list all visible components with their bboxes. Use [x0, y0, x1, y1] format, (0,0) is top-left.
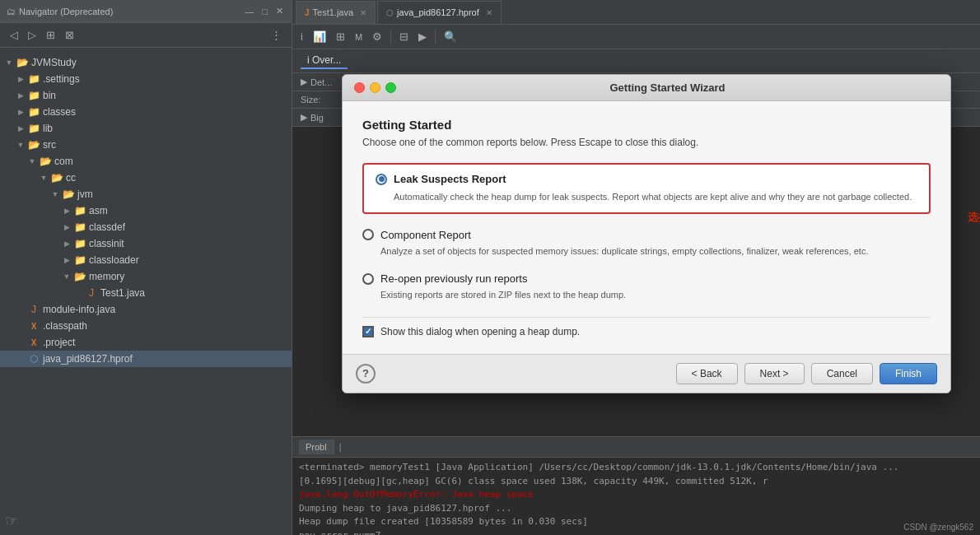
tree-item-asm[interactable]: ▶ 📁 asm [0, 202, 292, 219]
cancel-button[interactable]: Cancel [811, 363, 873, 384]
bottom-console: Probl | <terminated> memoryTest1 [Java A… [292, 436, 980, 535]
folder-icon-cc: 📂 [49, 172, 64, 184]
toolbar-expand-button[interactable]: ▶ [415, 29, 430, 44]
tree-item-com[interactable]: ▼ 📂 com [0, 153, 292, 170]
option-component[interactable]: Component Report Analyze a set of object… [362, 226, 931, 262]
tree-label-classes: classes [43, 106, 76, 118]
tree-label-cc: cc [66, 172, 76, 184]
modal-titlebar: Getting Started Wizard [343, 75, 950, 101]
finish-button[interactable]: Finish [880, 363, 937, 384]
tab-test1java[interactable]: J Test1.java ✕ [296, 1, 376, 24]
tree-item-classdef[interactable]: ▶ 📁 classdef [0, 219, 292, 235]
tree-item-bin[interactable]: ▶ 📁 bin [0, 87, 292, 104]
console-header: Probl | [292, 437, 980, 458]
tree-arrow-memory: ▼ [61, 272, 72, 281]
folder-icon-src: 📂 [26, 139, 41, 151]
tab-test1java-label: Test1.java [313, 7, 354, 17]
back-button[interactable]: < Back [676, 363, 738, 384]
tab-bar: J Test1.java ✕ ⬡ java_pid86127.hprof ✕ [292, 0, 980, 25]
option-leak-label: Leak Suspects Report [394, 173, 506, 185]
getting-started-modal: Getting Started Wizard Getting Started C… [342, 74, 951, 393]
editor-toolbar: i 📊 ⊞ M ⚙ ⊟ ▶ 🔍 [292, 25, 980, 49]
tree-label-classdef: classdef [89, 221, 125, 233]
radio-component[interactable] [362, 229, 374, 240]
tree-item-project[interactable]: X .project [0, 334, 292, 351]
tree-item-memory[interactable]: ▼ 📂 memory [0, 268, 292, 285]
tab-test1java-close[interactable]: ✕ [360, 8, 366, 17]
toolbar-settings-button[interactable]: ⚙ [369, 29, 385, 44]
tree-item-jvmstudy[interactable]: ▼ 📂 JVMStudy [0, 54, 292, 71]
toolbar-chart-button[interactable]: 📊 [310, 29, 329, 44]
folder-icon-asm: 📁 [72, 205, 87, 216]
tree-item-classinit[interactable]: ▶ 📁 classinit [0, 235, 292, 252]
folder-icon-lib: 📁 [26, 123, 41, 134]
tree-item-moduleinfo[interactable]: J module-info.java [0, 301, 292, 318]
help-button[interactable]: ? [356, 364, 376, 384]
tree-arrow-com: ▼ [26, 157, 38, 165]
tree-label-src: src [43, 139, 56, 151]
minimize-traffic-light[interactable] [370, 82, 380, 93]
option-reopen[interactable]: Re-open previously run reports Existing … [362, 269, 931, 305]
tree-arrow-asm: ▶ [61, 207, 72, 215]
sidebar-titlebar: 🗂 Navigator (Deprecated) — □ ✕ [0, 0, 292, 23]
toolbar-grid-button[interactable]: ⊞ [333, 29, 348, 44]
nav-close-button[interactable]: ⊠ [62, 27, 77, 43]
tab-hprof[interactable]: ⬡ java_pid86127.hprof ✕ [377, 1, 502, 24]
option-component-label: Component Report [380, 229, 471, 241]
footer-left: ? [356, 364, 376, 384]
toolbar-collapse-button[interactable]: ⊟ [396, 29, 412, 44]
sidebar-title: 🗂 Navigator (Deprecated) [7, 7, 113, 16]
tree-arrow-lib: ▶ [15, 124, 26, 133]
editor-tab-overview[interactable]: i Over... [301, 53, 348, 69]
size-key: Size: [301, 95, 320, 105]
restore-button[interactable]: □ [260, 7, 269, 16]
maximize-traffic-light[interactable] [385, 82, 396, 93]
minimize-button[interactable]: — [243, 7, 255, 16]
option-leak-suspects[interactable]: Leak Suspects Report Automatically check… [362, 163, 931, 214]
tree-item-hprof[interactable]: ⬡ java_pid86127.hprof [0, 351, 292, 367]
tree-item-classloader[interactable]: ▶ 📁 classloader [0, 252, 292, 268]
toolbar-search-button[interactable]: 🔍 [441, 29, 460, 44]
tab-hprof-label: java_pid86127.hprof [397, 7, 479, 17]
close-button[interactable]: ✕ [274, 6, 285, 16]
folder-icon-classes: 📁 [26, 106, 41, 118]
console-problems-label[interactable]: Probl [299, 440, 334, 454]
tab-hprof-close[interactable]: ✕ [486, 8, 492, 17]
console-separator: | [339, 442, 342, 452]
tree-label-classpath: .classpath [43, 320, 87, 332]
tree-arrow-classloader: ▶ [61, 256, 72, 264]
tree-label-project: .project [43, 337, 75, 348]
tree-item-classpath[interactable]: X .classpath [0, 318, 292, 334]
tree-item-test1java[interactable]: J Test1.java [0, 285, 292, 301]
nav-more-button[interactable]: ⋮ [268, 27, 285, 43]
tree-item-lib[interactable]: ▶ 📁 lib [0, 120, 292, 137]
next-button[interactable]: Next > [744, 363, 805, 384]
tree-arrow-src: ▼ [15, 141, 26, 149]
folder-icon-classinit: 📁 [72, 238, 87, 249]
folder-icon-classloader: 📁 [72, 254, 87, 266]
tree-label-test1: Test1.java [100, 287, 145, 299]
tree-item-src[interactable]: ▼ 📂 src [0, 137, 292, 153]
show-dialog-checkbox-row[interactable]: ✓ Show this dialog when opening a heap d… [362, 317, 931, 337]
tree-arrow-classinit: ▶ [61, 240, 72, 248]
tree-item-settings[interactable]: ▶ 📁 .settings [0, 71, 292, 87]
nav-forward-button[interactable]: ▷ [25, 27, 40, 43]
radio-reopen[interactable] [362, 273, 374, 285]
toolbar-info-button[interactable]: i [297, 29, 306, 44]
tree-label-classinit: classinit [89, 238, 124, 249]
show-dialog-checkbox[interactable]: ✓ [362, 326, 374, 337]
content-area: J Test1.java ✕ ⬡ java_pid86127.hprof ✕ i… [292, 0, 980, 535]
tree-item-cc[interactable]: ▼ 📂 cc [0, 170, 292, 186]
tree-arrow-jvm: ▼ [49, 190, 61, 198]
radio-inner-leak [379, 176, 385, 182]
nav-back-button[interactable]: ◁ [7, 27, 21, 43]
radio-leak[interactable] [376, 174, 387, 185]
console-line-2: [0.1695][debug][gc,heap] GC(6) class spa… [299, 475, 973, 489]
tree-item-jvm[interactable]: ▼ 📂 jvm [0, 186, 292, 202]
tree-item-classes[interactable]: ▶ 📁 classes [0, 104, 292, 120]
hprof-icon: ⬡ [26, 353, 41, 365]
nav-grid-button[interactable]: ⊞ [43, 27, 58, 43]
close-traffic-light[interactable] [354, 82, 365, 93]
toolbar-m-button[interactable]: M [352, 30, 366, 44]
tree-arrow-cc: ▼ [38, 174, 49, 182]
